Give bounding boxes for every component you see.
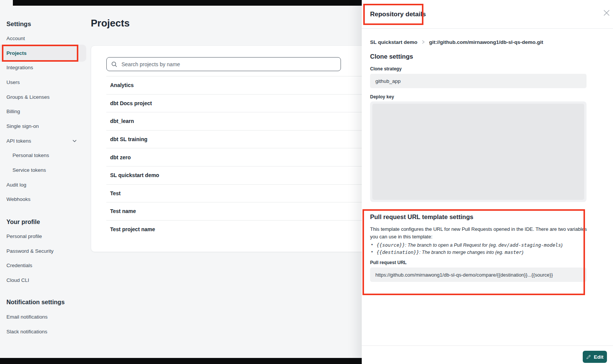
sidebar-item-account[interactable]: Account [0,31,87,46]
deploy-key-redacted-content [372,104,584,200]
sidebar-item-label: Webhooks [6,196,31,202]
project-row-dbt-learn[interactable]: dbt_learn [106,112,393,130]
pull-request-url-field: https://github.com/mirnawong1/db-sl-qs-d… [370,268,587,282]
pull-request-url-label: Pull request URL [370,260,407,265]
sidebar-item-audit-log[interactable]: Audit log [0,177,87,192]
sidebar-item-label: Billing [6,109,20,114]
clone-settings-heading: Clone settings [370,53,413,60]
project-row-test-project-name[interactable]: Test project name [106,220,393,238]
sidebar-item-label: Account [6,36,25,41]
project-row-analytics[interactable]: Analytics [106,76,393,94]
panel-header-divider [362,28,613,29]
sidebar-item-label: Single sign-on [6,123,39,129]
your-profile-heading: Your profile [6,219,40,226]
sidebar-item-service-tokens[interactable]: Service tokens [0,163,87,177]
pull-request-description: This template configures the URL for new… [370,226,589,241]
top-chrome-bar [13,0,362,6]
project-row-dbt-docs-project[interactable]: dbt Docs project [106,94,393,112]
sidebar-item-single-sign-on[interactable]: Single sign-on [0,119,87,134]
search-projects-input[interactable] [121,61,336,68]
projects-card: Analyticsdbt Docs projectdbt_learndbt SL… [91,45,394,252]
sidebar-item-email-notifications[interactable]: Email notifications [0,310,87,324]
project-list: Analyticsdbt Docs projectdbt_learndbt SL… [106,76,393,238]
search-icon [111,61,117,67]
chevron-right-icon [422,40,425,44]
pull-request-settings-heading: Pull request URL template settings [370,213,473,221]
pull-request-variable: {{destination}}: The branch to merge cha… [370,249,589,256]
profile-nav: Personal profilePassword & SecurityCrede… [0,229,87,288]
edit-button-label: Edit [594,354,604,360]
sidebar-item-billing[interactable]: Billing [0,104,87,119]
clone-strategy-label: Clone strategy [370,66,401,72]
panel-footer-divider [362,345,613,346]
sidebar-item-integrations[interactable]: Integrations [0,60,87,75]
edit-button[interactable]: Edit [583,351,607,363]
breadcrumb-project: SL quickstart demo [370,39,417,45]
sidebar-item-groups-licenses[interactable]: Groups & Licenses [0,90,87,104]
clone-strategy-field: github_app [370,74,587,88]
deploy-key-field [370,101,587,202]
chevron-down-icon [72,138,77,143]
pull-request-variable-list: {{source}}: The branch to open a Pull Re… [370,241,589,256]
sidebar-item-personal-tokens[interactable]: Personal tokens [0,148,87,163]
sidebar-item-label: Service tokens [12,167,46,173]
sidebar-item-label: Groups & Licenses [6,94,50,100]
sidebar-item-label: Users [6,79,20,85]
sidebar-item-label: Audit log [6,182,26,188]
page-title: Projects [91,17,130,29]
breadcrumb: SL quickstart demo git://github.com/mirn… [370,38,543,46]
sidebar-item-label: Personal tokens [12,152,49,158]
deploy-key-label: Deploy key [370,94,394,100]
repository-details-panel: Repository details SL quickstart demo gi… [362,0,613,364]
panel-title: Repository details [370,11,426,18]
sidebar-item-label: Projects [6,50,26,56]
sidebar-item-credentials[interactable]: Credentials [0,258,87,273]
sidebar-item-password-security[interactable]: Password & Security [0,244,87,258]
project-row-test-name[interactable]: Test name [106,202,393,220]
sidebar-item-slack-notifications[interactable]: Slack notifications [0,324,87,339]
sidebar-item-webhooks[interactable]: Webhooks [0,192,87,207]
search-projects-box[interactable] [106,57,341,71]
bottom-chrome-bar [0,358,362,364]
close-icon[interactable] [603,9,611,17]
notification-nav: Email notificationsSlack notifications [0,310,87,339]
settings-heading: Settings [6,20,31,28]
sidebar-item-users[interactable]: Users [0,75,87,90]
breadcrumb-repository-url: git://github.com/mirnawong1/db-sl-qs-dem… [429,39,543,45]
notification-settings-heading: Notification settings [6,299,65,306]
project-row-dbt-zero[interactable]: dbt zero [106,148,393,166]
sidebar-item-api-tokens[interactable]: API tokens [0,134,87,148]
sidebar-item-cloud-cli[interactable]: Cloud CLI [0,273,87,288]
project-row-sl-quickstart-demo[interactable]: SL quickstart demo [106,166,393,184]
sidebar-item-personal-profile[interactable]: Personal profile [0,229,87,244]
project-row-test[interactable]: Test [106,184,393,202]
pull-request-variable: {{source}}: The branch to open a Pull Re… [370,241,589,249]
sidebar-item-label: API tokens [6,138,31,144]
sidebar-item-label: Integrations [6,65,33,70]
settings-nav: AccountProjectsIntegrationsUsersGroups &… [0,31,87,207]
project-row-dbt-sl-training[interactable]: dbt SL training [106,130,393,148]
sidebar-item-projects[interactable]: Projects [0,45,86,62]
pencil-icon [586,355,591,359]
